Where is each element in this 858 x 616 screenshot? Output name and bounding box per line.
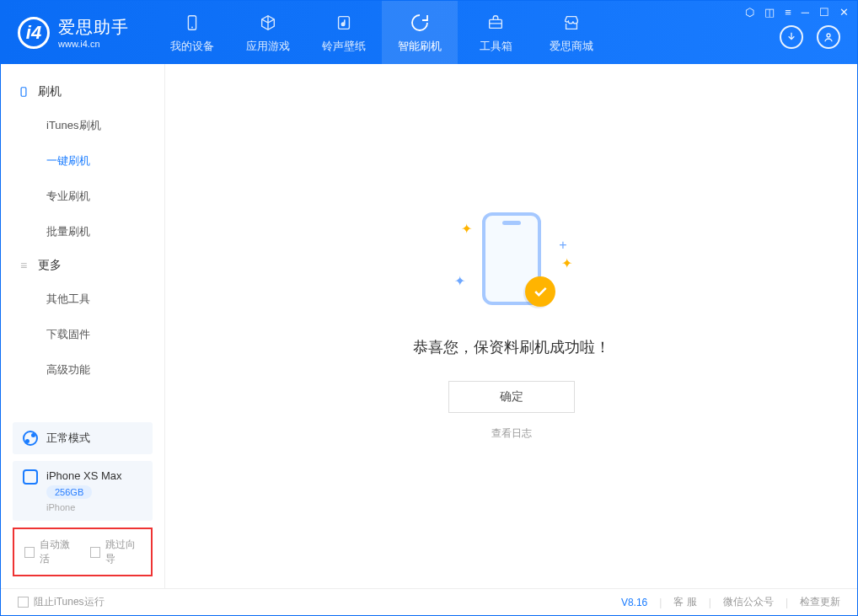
sidebar-item-pro-flash[interactable]: 专业刷机 [1, 179, 164, 214]
list-icon: ≡ [18, 259, 29, 272]
ok-button[interactable]: 确定 [448, 381, 575, 413]
sparkle-icon: ✦ [461, 221, 472, 237]
sidebar-item-other-tools[interactable]: 其他工具 [1, 281, 164, 317]
success-message: 恭喜您，保资料刷机成功啦！ [413, 337, 610, 357]
view-log-link[interactable]: 查看日志 [491, 426, 532, 441]
sidebar: 刷机 iTunes刷机 一键刷机 专业刷机 批量刷机 ≡ 更多 其他工具 下载固… [1, 64, 165, 588]
device-panel[interactable]: iPhone XS Max 256GB iPhone [13, 461, 153, 521]
app-title: 爱思助手 [58, 16, 129, 39]
sparkle-icon: + [559, 238, 566, 253]
app-window: i4 爱思助手 www.i4.cn 我的设备 应用游戏 铃声壁纸 智能刷机 [0, 0, 858, 616]
device-icon [18, 86, 29, 98]
music-note-icon [333, 12, 355, 34]
checkbox-block-itunes[interactable]: 阻止iTunes运行 [18, 595, 105, 609]
logo-icon: i4 [18, 17, 50, 49]
tab-label: 我的设备 [170, 39, 214, 54]
sidebar-item-onekey-flash[interactable]: 一键刷机 [1, 143, 164, 179]
sparkle-icon: ✦ [561, 255, 572, 271]
tab-label: 智能刷机 [398, 39, 442, 54]
tab-ringtones-wallpapers[interactable]: 铃声壁纸 [306, 1, 382, 64]
refresh-shield-icon [409, 12, 431, 34]
header-right-buttons [780, 25, 840, 49]
sidebar-section-more: ≡ 更多 [1, 249, 164, 281]
menu-icon[interactable]: ≡ [785, 6, 791, 19]
checkbox-skip-guide[interactable]: 跳过向导 [90, 538, 141, 566]
tab-toolbox[interactable]: 工具箱 [458, 1, 534, 64]
toolbox-icon [485, 12, 507, 34]
user-button[interactable] [817, 25, 840, 49]
phone-icon [181, 12, 203, 34]
main-tabs: 我的设备 应用游戏 铃声壁纸 智能刷机 工具箱 爱思商城 [154, 1, 609, 64]
body: 刷机 iTunes刷机 一键刷机 专业刷机 批量刷机 ≡ 更多 其他工具 下载固… [1, 64, 857, 588]
lock-icon[interactable]: ◫ [764, 6, 775, 19]
cube-icon [257, 12, 279, 34]
tab-smart-flash[interactable]: 智能刷机 [382, 1, 458, 64]
sidebar-section-flash: 刷机 [1, 76, 164, 108]
tab-label: 应用游戏 [246, 39, 290, 54]
sidebar-item-itunes-flash[interactable]: iTunes刷机 [1, 108, 164, 143]
section-label: 更多 [38, 258, 62, 273]
sparkle-icon: ✦ [454, 273, 465, 289]
sidebar-item-download-firmware[interactable]: 下载固件 [1, 317, 164, 352]
header: i4 爱思助手 www.i4.cn 我的设备 应用游戏 铃声壁纸 智能刷机 [1, 1, 857, 64]
checkbox-box-icon [90, 547, 100, 558]
footer-link-check-update[interactable]: 检查更新 [800, 595, 840, 609]
tab-label: 爱思商城 [550, 39, 593, 54]
checkbox-label: 阻止iTunes运行 [34, 595, 105, 609]
window-controls: ⬡ ◫ ≡ ─ ☐ ✕ [745, 6, 849, 19]
checkbox-box-icon [18, 597, 29, 608]
store-icon [560, 12, 582, 34]
tab-store[interactable]: 爱思商城 [534, 1, 609, 64]
maximize-icon[interactable]: ☐ [819, 6, 829, 19]
logo: i4 爱思助手 www.i4.cn [1, 16, 129, 49]
footer-link-wechat[interactable]: 微信公众号 [723, 595, 774, 609]
mode-panel[interactable]: 正常模式 [13, 422, 153, 454]
svg-point-4 [827, 34, 830, 37]
tab-apps-games[interactable]: 应用游戏 [230, 1, 306, 64]
separator: | [659, 597, 662, 608]
main-content: ✦ ✦ + ✦ 恭喜您，保资料刷机成功啦！ 确定 查看日志 [165, 64, 857, 588]
mode-label: 正常模式 [46, 431, 90, 446]
shirt-icon[interactable]: ⬡ [745, 6, 754, 19]
storage-badge: 256GB [46, 485, 92, 499]
download-button[interactable] [780, 25, 803, 49]
device-phone-icon [23, 469, 38, 485]
svg-rect-5 [21, 88, 26, 97]
app-url: www.i4.cn [58, 39, 129, 49]
highlighted-checkbox-row: 自动激活 跳过向导 [13, 528, 153, 576]
checkbox-box-icon [24, 547, 35, 558]
svg-point-1 [191, 26, 193, 28]
sidebar-item-batch-flash[interactable]: 批量刷机 [1, 214, 164, 249]
checkbox-label: 跳过向导 [105, 538, 141, 566]
separator: | [786, 597, 788, 608]
device-type: iPhone [46, 502, 122, 512]
checkbox-label: 自动激活 [40, 538, 75, 566]
sidebar-item-advanced[interactable]: 高级功能 [1, 352, 164, 388]
minimize-icon[interactable]: ─ [802, 6, 809, 19]
checkmark-badge-icon [525, 276, 555, 307]
footer-link-support[interactable]: 客 服 [673, 595, 696, 609]
success-illustration: ✦ ✦ + ✦ [461, 212, 562, 313]
close-icon[interactable]: ✕ [839, 6, 849, 19]
footer: 阻止iTunes运行 V8.16 | 客 服 | 微信公众号 | 检查更新 [1, 588, 857, 615]
checkbox-auto-activate[interactable]: 自动激活 [24, 538, 75, 566]
tab-label: 工具箱 [480, 39, 512, 54]
section-label: 刷机 [38, 84, 62, 99]
mode-icon [23, 431, 38, 446]
tab-label: 铃声壁纸 [322, 39, 366, 54]
device-name: iPhone XS Max [46, 469, 122, 482]
tab-my-device[interactable]: 我的设备 [154, 1, 230, 64]
separator: | [709, 597, 711, 608]
version-label: V8.16 [621, 597, 647, 608]
